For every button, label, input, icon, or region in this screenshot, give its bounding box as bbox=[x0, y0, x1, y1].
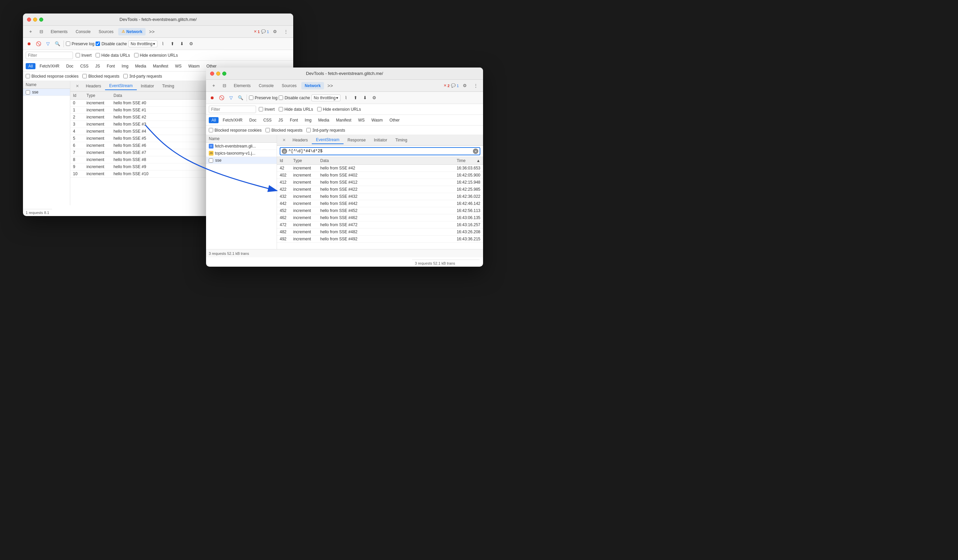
more-tabs-1[interactable]: >> bbox=[147, 27, 156, 36]
sse-checkbox-2[interactable] bbox=[209, 158, 213, 163]
sub-tab-close-2[interactable]: ✕ bbox=[280, 136, 289, 144]
maximize-button-1[interactable] bbox=[39, 17, 43, 22]
type-btn-doc-2[interactable]: Doc bbox=[247, 117, 259, 123]
type-btn-css-1[interactable]: CSS bbox=[77, 63, 91, 69]
regex-clear-icon[interactable]: ✕ bbox=[473, 149, 478, 154]
filter-input-2[interactable] bbox=[209, 106, 256, 113]
more-options-icon-2[interactable]: ⋮ bbox=[471, 81, 481, 90]
clear-button-1[interactable]: 🚫 bbox=[35, 40, 43, 48]
type-btn-font-2[interactable]: Font bbox=[287, 117, 301, 123]
invert-checkbox-2[interactable]: Invert bbox=[259, 107, 274, 112]
search-button-2[interactable]: 🔍 bbox=[236, 94, 244, 102]
regex-input-container[interactable]: ⊘ ✕ bbox=[280, 147, 481, 155]
type-btn-all-2[interactable]: All bbox=[209, 117, 219, 123]
tab-console-1[interactable]: Console bbox=[72, 28, 94, 35]
type-btn-all-1[interactable]: All bbox=[26, 63, 35, 69]
table-row[interactable]: sse bbox=[23, 89, 70, 96]
third-party-1[interactable]: 3rd-party requests bbox=[123, 74, 162, 79]
download-icon-1[interactable]: ⬇ bbox=[178, 40, 186, 48]
tab-console-2[interactable]: Console bbox=[255, 82, 277, 89]
filter-icon-1[interactable]: ▽ bbox=[44, 40, 52, 48]
table-row[interactable]: 482 increment hello from SSE #482 16:43:… bbox=[277, 229, 483, 236]
hide-ext-checkbox-1[interactable]: Hide extension URLs bbox=[134, 53, 178, 58]
table-row[interactable]: 432 increment hello from SSE #432 16:42:… bbox=[277, 193, 483, 200]
disable-cache-checkbox-1[interactable]: Disable cache bbox=[95, 41, 127, 46]
regex-cancel-icon[interactable]: ⊘ bbox=[282, 149, 287, 154]
type-btn-other-2[interactable]: Other bbox=[387, 117, 402, 123]
sub-tab-eventstream-1[interactable]: EventStream bbox=[105, 82, 136, 90]
sub-tab-headers-2[interactable]: Headers bbox=[289, 136, 312, 144]
table-row[interactable]: 412 increment hello from SSE #412 16:42:… bbox=[277, 179, 483, 186]
close-button-2[interactable] bbox=[210, 71, 214, 76]
more-options-icon-1[interactable]: ⋮ bbox=[281, 27, 290, 36]
network-gear-2[interactable]: ⚙ bbox=[370, 94, 378, 102]
type-btn-js-1[interactable]: JS bbox=[92, 63, 103, 69]
maximize-button-2[interactable] bbox=[222, 71, 226, 76]
tab-elements-2[interactable]: Elements bbox=[230, 82, 254, 89]
tab-sources-1[interactable]: Sources bbox=[95, 28, 117, 35]
type-btn-media-2[interactable]: Media bbox=[316, 117, 332, 123]
type-btn-wasm-2[interactable]: Wasm bbox=[369, 117, 386, 123]
minimize-button-1[interactable] bbox=[33, 17, 37, 22]
filter-input-1[interactable] bbox=[26, 52, 73, 59]
minimize-button-2[interactable] bbox=[216, 71, 220, 76]
type-btn-ws-2[interactable]: WS bbox=[355, 117, 367, 123]
sub-tab-close-1[interactable]: ✕ bbox=[73, 82, 82, 90]
table-row[interactable]: 402 increment hello from SSE #402 16:42:… bbox=[277, 172, 483, 179]
search-button-1[interactable]: 🔍 bbox=[53, 40, 62, 48]
events-table-container-2[interactable]: Id Type Data Time ▲ 42 increment hello f… bbox=[277, 157, 483, 249]
hide-data-checkbox-1[interactable]: Hide data URLs bbox=[95, 53, 130, 58]
type-btn-fetchxhr-2[interactable]: Fetch/XHR bbox=[220, 117, 245, 123]
type-btn-wasm-1[interactable]: Wasm bbox=[186, 63, 203, 69]
type-btn-css-2[interactable]: CSS bbox=[260, 117, 274, 123]
layers-icon-2[interactable]: ⊟ bbox=[220, 81, 229, 90]
type-btn-img-1[interactable]: Img bbox=[119, 63, 131, 69]
tab-elements-1[interactable]: Elements bbox=[47, 28, 71, 35]
type-btn-font-1[interactable]: Font bbox=[104, 63, 117, 69]
type-btn-img-2[interactable]: Img bbox=[302, 117, 314, 123]
table-row[interactable]: 472 increment hello from SSE #472 16:43:… bbox=[277, 221, 483, 229]
blocked-requests-2[interactable]: Blocked requests bbox=[265, 128, 302, 133]
network-gear-1[interactable]: ⚙ bbox=[187, 40, 195, 48]
sse-checkbox-1[interactable] bbox=[26, 90, 30, 95]
table-row[interactable]: JS topics-taxonomy-v1.j... bbox=[206, 150, 277, 157]
sub-tab-initiator-2[interactable]: Initiator bbox=[370, 136, 391, 144]
more-tabs-2[interactable]: >> bbox=[325, 81, 335, 90]
throttle-select-2[interactable]: No throttling ▾ bbox=[311, 95, 341, 101]
upload-icon-2[interactable]: ⬆ bbox=[351, 94, 359, 102]
blocked-cookies-1[interactable]: Blocked response cookies bbox=[26, 74, 78, 79]
table-row[interactable]: 452 increment hello from SSE #452 16:42:… bbox=[277, 207, 483, 214]
invert-checkbox-1[interactable]: Invert bbox=[76, 53, 92, 58]
preserve-log-checkbox-1[interactable]: Preserve log bbox=[66, 41, 94, 46]
settings-icon-2[interactable]: ⚙ bbox=[460, 81, 469, 90]
table-row[interactable]: 462 increment hello from SSE #462 16:43:… bbox=[277, 214, 483, 221]
type-btn-ws-1[interactable]: WS bbox=[172, 63, 184, 69]
sub-tab-timing-1[interactable]: Timing bbox=[158, 82, 178, 90]
table-row[interactable]: 42 increment hello from SSE #42 16:36:03… bbox=[277, 165, 483, 172]
sub-tab-headers-1[interactable]: Headers bbox=[82, 82, 105, 90]
third-party-2[interactable]: 3rd-party requests bbox=[306, 128, 345, 133]
tab-sources-2[interactable]: Sources bbox=[278, 82, 300, 89]
sub-tab-response-2[interactable]: Response bbox=[344, 136, 370, 144]
download-icon-2[interactable]: ⬇ bbox=[361, 94, 369, 102]
cursor-icon-2[interactable]: ⌖ bbox=[209, 81, 218, 90]
tab-network-1[interactable]: ⚠ Network bbox=[118, 28, 146, 35]
filter-icon-2[interactable]: ▽ bbox=[227, 94, 235, 102]
table-row[interactable]: 442 increment hello from SSE #442 16:42:… bbox=[277, 200, 483, 207]
table-row[interactable]: 492 increment hello from SSE #492 16:43:… bbox=[277, 236, 483, 243]
hide-data-checkbox-2[interactable]: Hide data URLs bbox=[279, 107, 313, 112]
table-row[interactable]: H fetch-eventstream.gli... bbox=[206, 143, 277, 150]
table-row[interactable]: sse bbox=[206, 157, 277, 164]
sub-tab-initiator-1[interactable]: Initiator bbox=[137, 82, 158, 90]
type-btn-media-1[interactable]: Media bbox=[132, 63, 149, 69]
tab-network-2[interactable]: Network bbox=[301, 82, 324, 89]
table-row[interactable]: 422 increment hello from SSE #422 16:42:… bbox=[277, 186, 483, 193]
disable-cache-checkbox-2[interactable]: Disable cache bbox=[279, 95, 310, 100]
type-btn-manifest-2[interactable]: Manifest bbox=[333, 117, 354, 123]
cursor-icon[interactable]: ⌖ bbox=[26, 27, 35, 36]
settings-icon-1[interactable]: ⚙ bbox=[270, 27, 280, 36]
wifi-icon-1[interactable]: ⌇ bbox=[159, 40, 167, 48]
type-btn-fetchxhr-1[interactable]: Fetch/XHR bbox=[37, 63, 62, 69]
sub-tab-eventstream-2[interactable]: EventStream bbox=[312, 136, 343, 144]
blocked-cookies-2[interactable]: Blocked response cookies bbox=[209, 128, 262, 133]
